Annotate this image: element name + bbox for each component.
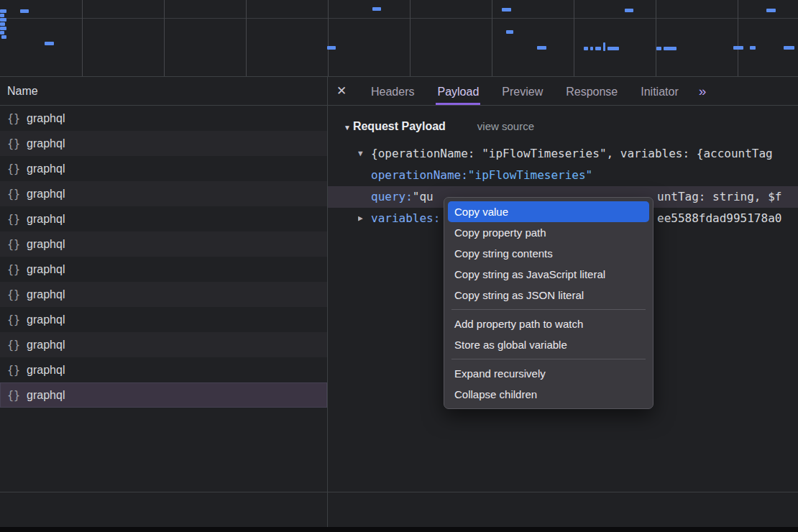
tab-response[interactable]: Response [564,77,619,105]
request-row[interactable]: {}graphql [0,131,327,156]
context-menu-item[interactable]: Copy value [448,201,649,222]
request-name: graphql [27,339,65,352]
request-row[interactable]: {}graphql [0,231,327,257]
request-name: graphql [27,364,65,377]
network-activity-bar [45,42,54,45]
request-row[interactable]: {}graphql [0,357,327,382]
request-row[interactable]: {}graphql [0,181,327,206]
json-braces-icon: {} [7,238,20,251]
tab-initiator[interactable]: Initiator [639,77,679,105]
network-activity-bar [0,31,4,35]
name-column-header[interactable]: Name [0,77,327,106]
network-activity-bar [0,22,5,26]
request-name: graphql [27,263,65,276]
request-row[interactable]: {}graphql [0,282,327,307]
network-activity-bar [502,8,511,12]
network-activity-bar [1,35,6,39]
network-activity-bar [625,9,633,12]
disclosure-triangle-icon[interactable]: ▼ [358,143,371,165]
indent-spacer [358,186,371,208]
network-activity-bar [0,14,4,17]
network-activity-bar [0,18,6,22]
network-activity-bar [584,47,588,50]
request-row[interactable]: {}graphql [0,257,327,282]
network-activity-bar [784,46,794,50]
section-title: Request Payload [353,116,446,137]
json-braces-icon: {} [7,339,20,352]
timeline-gridline [656,0,656,76]
tab-preview[interactable]: Preview [500,77,544,105]
json-braces-icon: {} [7,364,20,377]
timeline-gridline [164,0,165,76]
disclosure-triangle-icon[interactable]: ▶ [358,208,371,229]
context-menu-item[interactable]: Copy string contents [448,243,649,264]
requests-list: {}graphql{}graphql{}graphql{}graphql{}gr… [0,106,327,408]
json-braces-icon: {} [7,213,20,226]
context-menu-item[interactable]: Copy string as JavaScript literal [448,264,649,285]
payload-tree-row[interactable]: ▼{operationName: "ipFlowTimeseries", var… [358,143,798,165]
network-activity-bar [656,47,661,50]
request-row[interactable]: {}graphql [0,332,327,357]
payload-value-tail: ee5588fdad995178a0 [657,208,781,229]
panel-divider [327,492,328,528]
network-activity-bar [372,7,381,11]
request-name: graphql [27,162,65,175]
request-row[interactable]: {}graphql [0,156,327,181]
context-menu: Copy valueCopy property pathCopy string … [444,197,653,409]
network-activity-bar [0,9,6,13]
network-activity-bar [595,47,601,50]
request-row[interactable]: {}graphql [0,206,327,231]
request-name: graphql [27,137,65,150]
view-source-link[interactable]: view source [477,116,534,137]
indent-spacer [358,165,371,186]
devtools-network-panel: { "icons": { "collapse": "▼", "expand": … [0,0,798,532]
payload-key: variables: [371,208,440,229]
network-activity-bar [603,42,605,51]
request-name: graphql [27,389,65,402]
detail-tabs-bar: ✕ HeadersPayloadPreviewResponseInitiator… [328,77,798,106]
context-menu-item[interactable]: Add property path to watch [448,313,649,334]
request-name: graphql [27,213,65,226]
payload-key: operationName: [371,165,468,186]
json-braces-icon: {} [7,389,20,402]
request-name: graphql [27,238,65,251]
timeline-gridline [82,0,83,76]
network-activity-bar [733,46,743,50]
window-bottom-edge [0,527,798,532]
network-overview-timeline[interactable] [0,0,798,77]
collapse-triangle-icon[interactable]: ▼ [344,117,351,139]
context-menu-item[interactable]: Copy string as JSON literal [448,285,649,306]
timeline-gridline [246,0,247,76]
network-activity-bar [537,46,546,50]
timeline-gridline [492,0,492,76]
timeline-gridline [410,0,411,76]
context-menu-item[interactable]: Collapse children [448,384,649,405]
context-menu-item[interactable]: Store as global variable [448,334,649,355]
json-braces-icon: {} [7,188,20,201]
tab-headers[interactable]: Headers [370,77,416,105]
json-braces-icon: {} [7,263,20,276]
close-icon[interactable]: ✕ [336,83,359,98]
request-payload-section[interactable]: ▼ Request Payload view source [344,116,798,137]
timeline-divider [0,18,798,19]
network-activity-bar [590,47,593,50]
network-activity-bar [327,46,336,50]
payload-key: query: [371,186,413,208]
more-tabs-icon[interactable]: » [699,83,707,99]
context-menu-item[interactable]: Expand recursively [448,363,649,384]
request-row[interactable]: {}graphql [0,382,327,408]
detail-tabs: HeadersPayloadPreviewResponseInitiator [359,77,690,105]
payload-value-tail: untTag: string, $f [657,186,781,208]
json-braces-icon: {} [7,162,20,175]
menu-separator [451,359,646,359]
request-row[interactable]: {}graphql [0,307,327,332]
timeline-gridline [738,0,738,76]
request-name: graphql [27,313,65,326]
tab-payload[interactable]: Payload [436,77,480,105]
request-name: graphql [27,188,65,201]
request-row[interactable]: {}graphql [0,106,327,131]
network-activity-bar [664,47,677,50]
network-activity-bar [766,9,776,12]
context-menu-item[interactable]: Copy property path [448,222,649,243]
payload-tree-row[interactable]: operationName: "ipFlowTimeseries" [358,165,798,186]
